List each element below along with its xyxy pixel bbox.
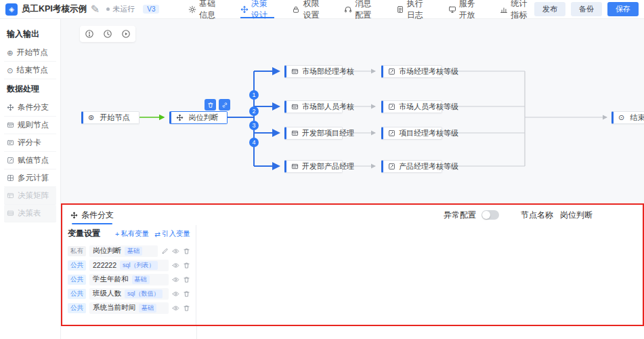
palette-item-start-node[interactable]: ⊕ 开始节点	[4, 44, 56, 62]
variable-row: 公共 222222 sql（列表）	[68, 259, 190, 271]
assign-node[interactable]: 产品经理考核等级	[381, 160, 442, 173]
app-logo-icon: ◈	[5, 3, 18, 16]
copy-link-button[interactable]	[219, 99, 230, 111]
node-label: 产品经理考核等级	[399, 161, 465, 172]
scope-badge: 公共	[68, 275, 86, 285]
rule-card-icon	[7, 121, 14, 129]
flow-canvas[interactable]: ⊛ 开始节点 岗位判断 1 2 3 4 市场部经理考核 市场部人员考核	[61, 19, 644, 203]
view-variable-icon[interactable]	[172, 247, 179, 255]
palette-item-label: 赋值节点	[18, 155, 49, 165]
view-variable-icon[interactable]	[172, 262, 179, 269]
start-node-icon: ⊛	[88, 113, 94, 122]
variable-field[interactable]: 222222 sql（列表）	[89, 260, 169, 271]
view-variable-icon[interactable]	[172, 304, 179, 312]
palette-item-decision-matrix: 决策矩阵	[4, 187, 56, 205]
tab-basic-info[interactable]: 基础信息	[188, 0, 223, 18]
toggle-knob	[482, 211, 490, 219]
node-label: 市场部经理考核	[302, 66, 361, 77]
assign-node[interactable]: 市场人员考核等级	[381, 100, 442, 113]
variable-name: 学生年龄和	[93, 275, 129, 284]
scorecard-icon	[291, 163, 299, 170]
scorecard-node[interactable]: 开发部项目经理	[284, 127, 343, 140]
delete-variable-icon[interactable]	[183, 247, 190, 255]
tab-execution-log[interactable]: 执行日志	[396, 0, 431, 18]
node-name-input[interactable]	[560, 210, 635, 220]
grid-icon	[7, 174, 14, 182]
scorecard-node[interactable]: 开发部产品经理	[284, 160, 343, 173]
node-label: 开发部项目经理	[302, 128, 361, 138]
tab-permission-settings[interactable]: 权限设置	[292, 0, 326, 18]
palette-item-label: 规则节点	[18, 120, 49, 130]
branch-number-badge[interactable]: 4	[249, 138, 259, 147]
edit-square-icon	[7, 157, 14, 164]
edit-variable-icon[interactable]	[161, 247, 169, 255]
scorecard-node[interactable]: 市场部人员考核	[284, 100, 343, 113]
tab-label: 权限设置	[303, 0, 326, 21]
palette-item-rule-node[interactable]: 规则节点	[4, 117, 56, 134]
scorecard-node[interactable]: 市场部经理考核	[284, 65, 343, 78]
palette-item-scorecard[interactable]: 评分卡	[4, 134, 56, 152]
variable-row: 公共 学生年龄和 基础	[68, 273, 190, 285]
palette-item-decision-table: 决策表	[4, 205, 56, 222]
variable-name: 系统当前时间	[93, 303, 135, 313]
branch-number-badge[interactable]: 1	[249, 90, 259, 100]
delete-variable-icon[interactable]	[183, 262, 190, 269]
assign-node[interactable]: 项目经理考核等级	[381, 127, 442, 140]
tab-label: 决策设计	[251, 0, 275, 21]
cross-arrows-icon	[240, 5, 249, 14]
validate-icon[interactable]	[85, 29, 94, 39]
tab-decision-design[interactable]: 决策设计	[240, 0, 275, 18]
palette-item-multi-calc[interactable]: 多元计算	[4, 170, 56, 187]
topbar: ◈ 员工KPI考核示例 ✎ 未运行 V3 基础信息 决策设计 权限设置 消息配置…	[0, 0, 644, 19]
run-play-icon[interactable]	[121, 29, 131, 39]
variable-field[interactable]: 系统当前时间 基础	[89, 302, 169, 314]
save-button[interactable]: 保存	[607, 2, 639, 16]
node-label: 开发部产品经理	[302, 161, 361, 172]
tab-statistics[interactable]: 统计指标	[500, 0, 534, 18]
backup-button[interactable]: 备份	[571, 2, 602, 16]
delete-variable-icon[interactable]	[183, 304, 190, 312]
end-node[interactable]: ⊙ 结束节点	[611, 111, 644, 124]
branch-number-badge[interactable]: 2	[249, 106, 259, 116]
history-clock-icon[interactable]	[103, 29, 112, 39]
tab-message-config[interactable]: 消息配置	[344, 0, 379, 18]
tab-label: 执行日志	[407, 0, 431, 21]
variable-field[interactable]: 学生年龄和 基础	[89, 274, 169, 285]
tab-label: 消息配置	[355, 0, 379, 21]
delete-variable-icon[interactable]	[183, 290, 190, 298]
import-arrows-icon: ⇄	[154, 230, 160, 238]
condition-node[interactable]: 岗位判断	[169, 111, 228, 124]
variable-type-badge: 基础	[125, 247, 142, 256]
edit-title-icon[interactable]: ✎	[91, 3, 100, 16]
tab-service-open[interactable]: 服务开放	[448, 0, 483, 18]
exception-config-toggle[interactable]	[481, 210, 499, 220]
add-private-variable-link[interactable]: +私有变量	[115, 229, 149, 239]
variable-field[interactable]: 岗位判断 基础	[89, 245, 158, 257]
start-node[interactable]: ⊛ 开始节点	[81, 111, 139, 124]
node-label: 市场经理考核等级	[399, 66, 465, 77]
status-dot-icon	[106, 7, 110, 11]
assign-node[interactable]: 市场经理考核等级	[381, 65, 442, 78]
edit-square-icon	[388, 129, 395, 137]
view-variable-icon[interactable]	[172, 290, 179, 298]
gear-icon	[188, 5, 196, 14]
variable-settings-column: 变量设置 +私有变量 ⇄引入变量 私有 岗位判断 基础	[62, 225, 196, 325]
delete-node-button[interactable]	[205, 99, 216, 111]
edit-square-icon	[388, 103, 395, 111]
palette-item-condition-branch[interactable]: 条件分支	[4, 99, 56, 117]
delete-variable-icon[interactable]	[183, 276, 190, 283]
variable-name: 班级人数	[93, 289, 121, 298]
variable-field[interactable]: 班级人数 sql（数值）	[89, 288, 169, 300]
palette-item-assign-node[interactable]: 赋值节点	[4, 152, 56, 170]
publish-button[interactable]: 发布	[534, 2, 565, 16]
status-text: 未运行	[112, 4, 135, 14]
run-status: 未运行	[106, 4, 135, 14]
import-variable-link[interactable]: ⇄引入变量	[154, 229, 190, 239]
view-variable-icon[interactable]	[172, 276, 179, 283]
chart-bar-icon	[500, 5, 508, 14]
branch-number-badge[interactable]: 3	[249, 121, 259, 130]
palette-item-end-node[interactable]: ⊙ 结束节点	[4, 62, 56, 79]
panel-tab-condition-branch[interactable]: 条件分支	[70, 205, 114, 225]
version-badge[interactable]: V3	[143, 5, 159, 14]
tab-label: 服务开放	[459, 0, 483, 21]
